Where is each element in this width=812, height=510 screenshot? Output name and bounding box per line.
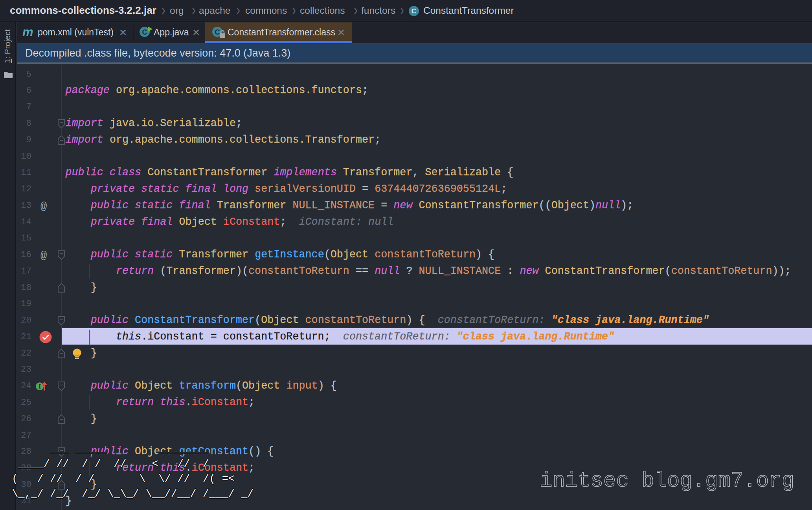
svg-text:@: @ [40, 250, 47, 262]
svg-text:C: C [412, 7, 416, 15]
svg-text:C: C [142, 28, 147, 36]
svg-text:I: I [39, 383, 41, 390]
svg-text:@: @ [40, 201, 47, 213]
svg-text:C: C [215, 28, 220, 36]
